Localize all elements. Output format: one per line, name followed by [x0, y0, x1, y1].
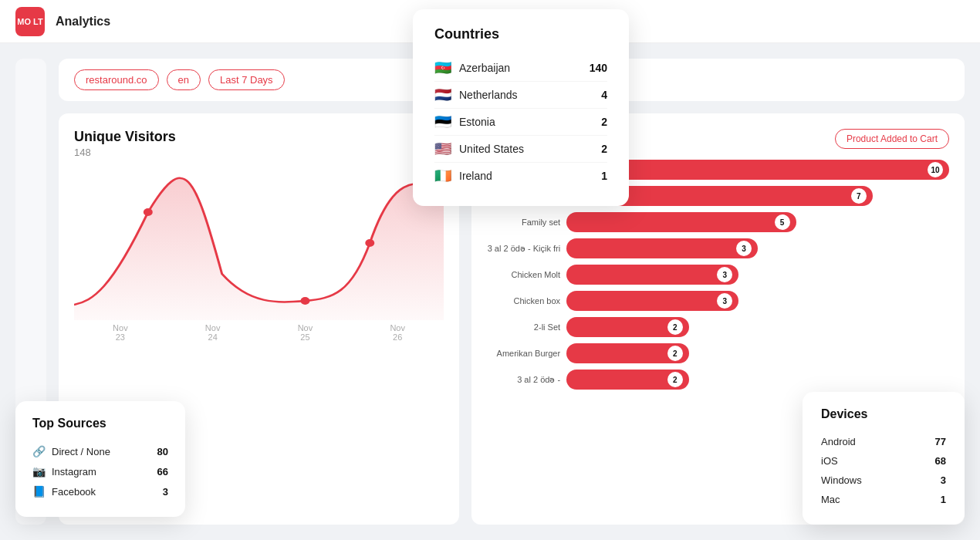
- source-left: 📷 Instagram: [32, 465, 96, 478]
- product-added-btn[interactable]: Product Added to Cart: [835, 129, 949, 149]
- event-count: 3: [736, 241, 752, 256]
- source-count: 66: [157, 466, 168, 478]
- country-row: 🇺🇸 United States 2: [434, 136, 607, 163]
- sources-title: Top Sources: [32, 417, 168, 430]
- country-count: 2: [601, 116, 607, 128]
- country-flag: 🇦🇿: [434, 59, 451, 76]
- event-count: 2: [667, 346, 683, 361]
- country-flag: 🇪🇪: [434, 113, 451, 130]
- svg-point-1: [300, 297, 309, 305]
- event-count: 2: [667, 319, 683, 335]
- event-bar-wrap: 5: [566, 212, 949, 232]
- source-count: 80: [157, 446, 168, 457]
- device-row: Mac 1: [821, 490, 946, 509]
- svg-point-0: [144, 208, 153, 216]
- country-count: 1: [601, 170, 607, 182]
- event-bar: 5: [566, 212, 796, 232]
- event-bar: 2: [566, 317, 689, 337]
- countries-list: 🇦🇿 Azerbaijan 140 🇳🇱 Netherlands 4 🇪🇪 Es…: [434, 55, 607, 189]
- event-bar-wrap: 3: [566, 265, 949, 285]
- source-count: 3: [163, 486, 168, 498]
- event-bar-wrap: 2: [566, 343, 949, 363]
- page-title: Analytics: [56, 15, 110, 29]
- country-name: United States: [459, 143, 524, 155]
- country-count: 140: [590, 62, 607, 74]
- device-name: iOS: [821, 455, 838, 467]
- event-row: 3 al 2 ödə - Kiçik fri 3: [487, 238, 949, 258]
- event-count: 2: [667, 372, 683, 387]
- top-sources-panel: Top Sources 🔗 Direct / None 80 📷 Instagr…: [15, 401, 185, 517]
- logo: MO LT: [15, 7, 45, 36]
- device-row: iOS 68: [821, 451, 946, 471]
- source-name: Instagram: [52, 466, 96, 478]
- visitors-title: Unique Visitors: [74, 129, 444, 145]
- visitors-count: 148: [74, 147, 444, 158]
- source-icon: 📷: [32, 465, 46, 478]
- event-count: 3: [717, 293, 732, 309]
- device-row: Android 77: [821, 432, 946, 451]
- source-icon: 🔗: [32, 445, 46, 457]
- event-bar-wrap: 2: [566, 370, 949, 390]
- country-row: 🇳🇱 Netherlands 4: [434, 82, 607, 109]
- country-name: Netherlands: [459, 89, 518, 101]
- country-left: 🇪🇪 Estonia: [434, 113, 495, 130]
- sources-list: 🔗 Direct / None 80 📷 Instagram 66 📘 Face…: [32, 441, 168, 501]
- svg-point-2: [365, 239, 374, 247]
- lang-filter[interactable]: en: [167, 69, 201, 90]
- event-count: 10: [928, 162, 943, 177]
- x-label-3: Nov25: [298, 323, 313, 342]
- source-row: 📘 Facebook 3: [32, 481, 168, 501]
- source-left: 📘 Facebook: [32, 485, 96, 498]
- event-bar: 3: [566, 265, 738, 285]
- event-row: Chicken box 3: [487, 291, 949, 311]
- event-bar-wrap: 2: [566, 317, 949, 337]
- country-name: Azerbaijan: [459, 62, 510, 74]
- country-name: Ireland: [459, 170, 492, 182]
- event-bar: 2: [566, 370, 689, 390]
- source-row: 📷 Instagram 66: [32, 461, 168, 481]
- visitors-chart: [74, 166, 444, 320]
- x-axis-labels: Nov23 Nov24 Nov25 Nov26: [74, 320, 444, 342]
- country-left: 🇺🇸 United States: [434, 140, 524, 157]
- period-filter[interactable]: Last 7 Days: [208, 69, 285, 90]
- country-left: 🇳🇱 Netherlands: [434, 86, 518, 103]
- device-count: 3: [941, 474, 946, 486]
- device-row: Windows 3: [821, 471, 946, 490]
- event-bar: 3: [566, 238, 758, 258]
- event-label: 3 al 2 ödə -: [487, 375, 560, 385]
- event-count: 5: [775, 214, 790, 230]
- event-label: Family set: [487, 218, 560, 227]
- device-name: Android: [821, 436, 856, 447]
- devices-list: Android 77 iOS 68 Windows 3 Mac 1: [821, 432, 946, 509]
- device-count: 68: [935, 455, 946, 467]
- country-name: Estonia: [459, 116, 495, 128]
- event-label: Chicken box: [487, 296, 560, 305]
- source-name: Facebook: [52, 486, 96, 498]
- site-filter[interactable]: restaround.co: [74, 69, 159, 90]
- event-label: Amerikan Burger: [487, 349, 560, 358]
- event-bar: 2: [566, 343, 689, 363]
- country-row: 🇮🇪 Ireland 1: [434, 163, 607, 189]
- country-count: 2: [601, 143, 607, 155]
- event-bar-wrap: 3: [566, 238, 949, 258]
- source-name: Direct / None: [52, 446, 110, 457]
- event-label: 2-li Set: [487, 322, 560, 332]
- device-name: Mac: [821, 494, 840, 505]
- event-label: Chicken Molt: [487, 270, 560, 279]
- country-flag: 🇮🇪: [434, 167, 451, 184]
- device-count: 77: [935, 436, 946, 447]
- countries-title: Countries: [434, 26, 607, 42]
- event-count: 7: [851, 188, 867, 204]
- event-bar-wrap: 3: [566, 291, 949, 311]
- event-label: 3 al 2 ödə - Kiçik fri: [487, 244, 560, 254]
- event-count: 3: [717, 267, 732, 282]
- source-left: 🔗 Direct / None: [32, 445, 110, 457]
- source-icon: 📘: [32, 485, 46, 498]
- country-row: 🇪🇪 Estonia 2: [434, 109, 607, 136]
- event-row: Amerikan Burger 2: [487, 343, 949, 363]
- country-left: 🇦🇿 Azerbaijan: [434, 59, 510, 76]
- x-label-1: Nov23: [113, 323, 128, 342]
- event-bar: 3: [566, 291, 738, 311]
- event-row: Chicken Molt 3: [487, 265, 949, 285]
- country-flag: 🇺🇸: [434, 140, 451, 157]
